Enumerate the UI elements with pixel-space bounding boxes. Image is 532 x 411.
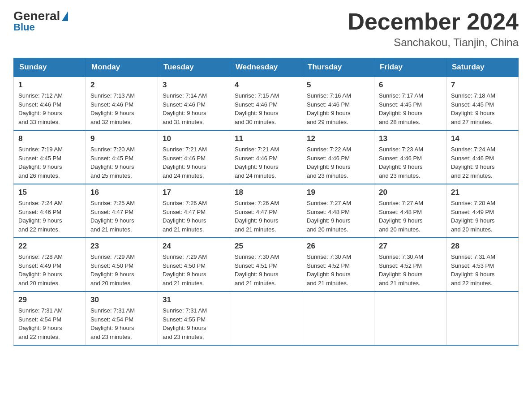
day-info: Sunrise: 7:18 AM Sunset: 4:45 PM Dayligh… — [451, 91, 514, 126]
calendar-cell: 16 Sunrise: 7:25 AM Sunset: 4:47 PM Dayl… — [86, 184, 158, 238]
header-saturday: Saturday — [446, 58, 519, 77]
calendar-cell: 3 Sunrise: 7:14 AM Sunset: 4:46 PM Dayli… — [158, 77, 230, 130]
day-info: Sunrise: 7:13 AM Sunset: 4:46 PM Dayligh… — [90, 91, 153, 126]
calendar-cell — [446, 291, 519, 345]
day-info: Sunrise: 7:30 AM Sunset: 4:51 PM Dayligh… — [235, 253, 297, 287]
day-number: 25 — [235, 242, 297, 251]
calendar-cell: 6 Sunrise: 7:17 AM Sunset: 4:45 PM Dayli… — [374, 77, 446, 130]
day-number: 23 — [90, 242, 153, 251]
day-number: 12 — [307, 134, 369, 143]
day-info: Sunrise: 7:24 AM Sunset: 4:46 PM Dayligh… — [451, 145, 514, 180]
day-info: Sunrise: 7:16 AM Sunset: 4:46 PM Dayligh… — [307, 91, 369, 126]
calendar-cell: 20 Sunrise: 7:27 AM Sunset: 4:48 PM Dayl… — [374, 184, 446, 238]
calendar-cell: 18 Sunrise: 7:26 AM Sunset: 4:47 PM Dayl… — [230, 184, 302, 238]
day-number: 3 — [163, 81, 225, 90]
calendar-cell: 17 Sunrise: 7:26 AM Sunset: 4:47 PM Dayl… — [158, 184, 230, 238]
header-wednesday: Wednesday — [230, 58, 302, 77]
calendar-cell: 4 Sunrise: 7:15 AM Sunset: 4:46 PM Dayli… — [230, 77, 302, 130]
day-info: Sunrise: 7:28 AM Sunset: 4:49 PM Dayligh… — [451, 199, 514, 234]
day-number: 11 — [235, 134, 297, 143]
day-number: 20 — [379, 188, 442, 197]
calendar-cell: 27 Sunrise: 7:30 AM Sunset: 4:52 PM Dayl… — [374, 238, 446, 291]
day-info: Sunrise: 7:30 AM Sunset: 4:52 PM Dayligh… — [307, 253, 369, 287]
logo: General Blue — [13, 9, 68, 33]
day-info: Sunrise: 7:28 AM Sunset: 4:49 PM Dayligh… — [18, 253, 81, 287]
calendar-cell — [302, 291, 374, 345]
day-info: Sunrise: 7:31 AM Sunset: 4:54 PM Dayligh… — [90, 306, 153, 341]
calendar-cell: 13 Sunrise: 7:23 AM Sunset: 4:46 PM Dayl… — [374, 130, 446, 184]
day-info: Sunrise: 7:29 AM Sunset: 4:50 PM Dayligh… — [163, 253, 225, 287]
calendar-cell: 8 Sunrise: 7:19 AM Sunset: 4:45 PM Dayli… — [14, 130, 86, 184]
calendar-cell: 2 Sunrise: 7:13 AM Sunset: 4:46 PM Dayli… — [86, 77, 158, 130]
page-header: General Blue December 2024 Sanchakou, Ti… — [13, 9, 519, 49]
day-info: Sunrise: 7:21 AM Sunset: 4:46 PM Dayligh… — [163, 145, 225, 180]
day-info: Sunrise: 7:27 AM Sunset: 4:48 PM Dayligh… — [379, 199, 442, 234]
day-info: Sunrise: 7:26 AM Sunset: 4:47 PM Dayligh… — [235, 199, 297, 234]
day-info: Sunrise: 7:26 AM Sunset: 4:47 PM Dayligh… — [163, 199, 225, 234]
header-friday: Friday — [374, 58, 446, 77]
day-info: Sunrise: 7:31 AM Sunset: 4:54 PM Dayligh… — [18, 306, 81, 341]
day-number: 17 — [163, 188, 225, 197]
calendar-cell: 14 Sunrise: 7:24 AM Sunset: 4:46 PM Dayl… — [446, 130, 519, 184]
day-info: Sunrise: 7:23 AM Sunset: 4:46 PM Dayligh… — [379, 145, 442, 180]
calendar-cell — [230, 291, 302, 345]
day-number: 16 — [90, 188, 153, 197]
day-number: 7 — [451, 81, 514, 90]
calendar-week-3: 15 Sunrise: 7:24 AM Sunset: 4:46 PM Dayl… — [14, 184, 519, 238]
logo-blue-text: Blue — [13, 21, 35, 33]
calendar-cell: 24 Sunrise: 7:29 AM Sunset: 4:50 PM Dayl… — [158, 238, 230, 291]
title-section: December 2024 Sanchakou, Tianjin, China — [348, 9, 519, 49]
calendar-cell: 1 Sunrise: 7:12 AM Sunset: 4:46 PM Dayli… — [14, 77, 86, 130]
day-info: Sunrise: 7:14 AM Sunset: 4:46 PM Dayligh… — [163, 91, 225, 126]
calendar-table: Sunday Monday Tuesday Wednesday Thursday… — [13, 58, 519, 346]
header-sunday: Sunday — [14, 58, 86, 77]
calendar-cell: 5 Sunrise: 7:16 AM Sunset: 4:46 PM Dayli… — [302, 77, 374, 130]
day-info: Sunrise: 7:20 AM Sunset: 4:45 PM Dayligh… — [90, 145, 153, 180]
day-number: 29 — [18, 295, 81, 304]
calendar-cell: 22 Sunrise: 7:28 AM Sunset: 4:49 PM Dayl… — [14, 238, 86, 291]
calendar-cell: 9 Sunrise: 7:20 AM Sunset: 4:45 PM Dayli… — [86, 130, 158, 184]
calendar-week-5: 29 Sunrise: 7:31 AM Sunset: 4:54 PM Dayl… — [14, 291, 519, 345]
calendar-cell: 29 Sunrise: 7:31 AM Sunset: 4:54 PM Dayl… — [14, 291, 86, 345]
calendar-cell: 19 Sunrise: 7:27 AM Sunset: 4:48 PM Dayl… — [302, 184, 374, 238]
day-number: 4 — [235, 81, 297, 90]
day-number: 13 — [379, 134, 442, 143]
month-title: December 2024 — [348, 9, 519, 34]
day-number: 10 — [163, 134, 225, 143]
day-info: Sunrise: 7:29 AM Sunset: 4:50 PM Dayligh… — [90, 253, 153, 287]
calendar-cell: 11 Sunrise: 7:21 AM Sunset: 4:46 PM Dayl… — [230, 130, 302, 184]
day-number: 28 — [451, 242, 514, 251]
day-number: 2 — [90, 81, 153, 90]
day-number: 21 — [451, 188, 514, 197]
day-info: Sunrise: 7:19 AM Sunset: 4:45 PM Dayligh… — [18, 145, 81, 180]
calendar-cell: 26 Sunrise: 7:30 AM Sunset: 4:52 PM Dayl… — [302, 238, 374, 291]
calendar-header-row: Sunday Monday Tuesday Wednesday Thursday… — [14, 58, 519, 77]
day-number: 22 — [18, 242, 81, 251]
day-info: Sunrise: 7:30 AM Sunset: 4:52 PM Dayligh… — [379, 253, 442, 287]
location-title: Sanchakou, Tianjin, China — [348, 36, 519, 49]
day-info: Sunrise: 7:31 AM Sunset: 4:53 PM Dayligh… — [451, 253, 514, 287]
day-number: 15 — [18, 188, 81, 197]
calendar-week-1: 1 Sunrise: 7:12 AM Sunset: 4:46 PM Dayli… — [14, 77, 519, 130]
calendar-cell: 30 Sunrise: 7:31 AM Sunset: 4:54 PM Dayl… — [86, 291, 158, 345]
calendar-cell: 23 Sunrise: 7:29 AM Sunset: 4:50 PM Dayl… — [86, 238, 158, 291]
calendar-cell: 31 Sunrise: 7:31 AM Sunset: 4:55 PM Dayl… — [158, 291, 230, 345]
calendar-cell: 10 Sunrise: 7:21 AM Sunset: 4:46 PM Dayl… — [158, 130, 230, 184]
day-number: 6 — [379, 81, 442, 90]
day-number: 30 — [90, 295, 153, 304]
day-number: 18 — [235, 188, 297, 197]
header-tuesday: Tuesday — [158, 58, 230, 77]
day-number: 31 — [163, 295, 225, 304]
day-info: Sunrise: 7:24 AM Sunset: 4:46 PM Dayligh… — [18, 199, 81, 234]
calendar-cell: 12 Sunrise: 7:22 AM Sunset: 4:46 PM Dayl… — [302, 130, 374, 184]
calendar-cell — [374, 291, 446, 345]
day-info: Sunrise: 7:31 AM Sunset: 4:55 PM Dayligh… — [163, 306, 225, 341]
day-number: 5 — [307, 81, 369, 90]
day-info: Sunrise: 7:21 AM Sunset: 4:46 PM Dayligh… — [235, 145, 297, 180]
calendar-cell: 28 Sunrise: 7:31 AM Sunset: 4:53 PM Dayl… — [446, 238, 519, 291]
day-info: Sunrise: 7:15 AM Sunset: 4:46 PM Dayligh… — [235, 91, 297, 126]
calendar-cell: 21 Sunrise: 7:28 AM Sunset: 4:49 PM Dayl… — [446, 184, 519, 238]
header-monday: Monday — [86, 58, 158, 77]
day-number: 1 — [18, 81, 81, 90]
calendar-week-4: 22 Sunrise: 7:28 AM Sunset: 4:49 PM Dayl… — [14, 238, 519, 291]
